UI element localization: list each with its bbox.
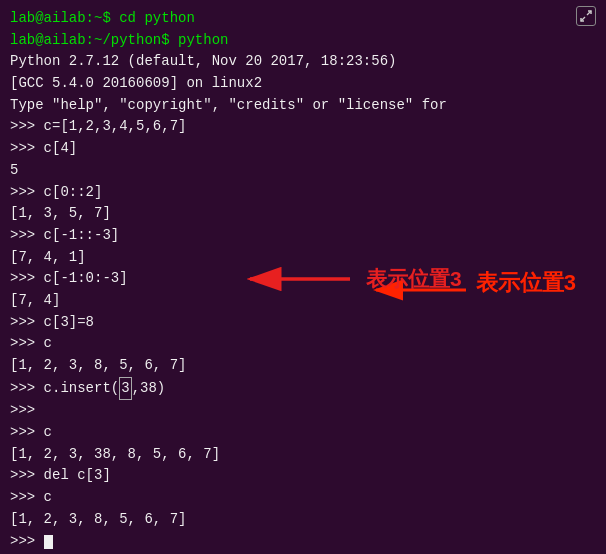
line-6: >>> c=[1,2,3,4,5,6,7] bbox=[10, 116, 596, 138]
line-17: [1, 2, 3, 8, 5, 6, 7] bbox=[10, 355, 596, 377]
expand-icon[interactable] bbox=[576, 6, 596, 26]
line-18: >>> c.insert(3,38) bbox=[10, 377, 596, 401]
line-19: >>> bbox=[10, 400, 596, 422]
line-25: >>> bbox=[10, 531, 596, 553]
annotation-group: 表示位置3 bbox=[240, 264, 462, 294]
line-7: >>> c[4] bbox=[10, 138, 596, 160]
line-23: >>> c bbox=[10, 487, 596, 509]
line-11: >>> c[-1::-3] bbox=[10, 225, 596, 247]
annotation-label: 表示位置3 bbox=[366, 265, 462, 293]
highlight-3: 3 bbox=[119, 377, 131, 401]
cursor bbox=[44, 535, 53, 549]
line-9: >>> c[0::2] bbox=[10, 182, 596, 204]
line-15: >>> c[3]=8 bbox=[10, 312, 596, 334]
line-21: [1, 2, 3, 38, 8, 5, 6, 7] bbox=[10, 444, 596, 466]
line-24: [1, 2, 3, 8, 5, 6, 7] bbox=[10, 509, 596, 531]
line-5: Type "help", "copyright", "credits" or "… bbox=[10, 95, 596, 117]
arrow-icon bbox=[240, 264, 360, 294]
window-controls[interactable] bbox=[576, 6, 596, 27]
line-16: >>> c bbox=[10, 333, 596, 355]
line-22: >>> del c[3] bbox=[10, 465, 596, 487]
line-10: [1, 3, 5, 7] bbox=[10, 203, 596, 225]
line-2: lab@ailab:~/python$ python bbox=[10, 30, 596, 52]
line-20: >>> c bbox=[10, 422, 596, 444]
line-8: 5 bbox=[10, 160, 596, 182]
line-4: [GCC 5.4.0 20160609] on linux2 bbox=[10, 73, 596, 95]
terminal-window: lab@ailab:~$ cd python lab@ailab:~/pytho… bbox=[0, 0, 606, 554]
line-3: Python 2.7.12 (default, Nov 20 2017, 18:… bbox=[10, 51, 596, 73]
line-1: lab@ailab:~$ cd python bbox=[10, 8, 596, 30]
